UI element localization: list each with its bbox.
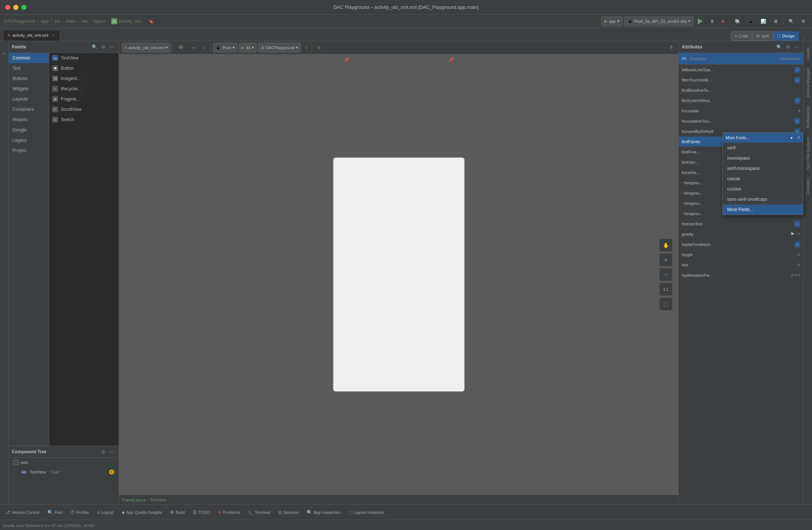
- layout-file-dropdown[interactable]: A activity_old_xml.xml ▾: [122, 43, 170, 52]
- tab-close-button[interactable]: ×: [50, 33, 55, 38]
- palette-search-button[interactable]: 🔍: [91, 43, 98, 51]
- theme-dropdown[interactable]: ◎ DACPlayground ▾: [258, 43, 301, 52]
- avd-button[interactable]: 📱: [745, 16, 756, 26]
- breadcrumb-main[interactable]: main: [66, 19, 76, 24]
- device-button[interactable]: ⬚: [659, 297, 672, 311]
- terminal-button[interactable]: >_ Terminal: [245, 507, 274, 518]
- attr-row-freezestext[interactable]: freezesText −: [679, 219, 803, 229]
- design-view-tab[interactable]: ⬚ Design: [773, 31, 799, 41]
- attr-row-focusableintouch[interactable]: focusableInTou... −: [679, 116, 803, 126]
- palette-item-switch[interactable]: ⊙ Switch: [49, 115, 119, 125]
- profiler-button[interactable]: 📊: [758, 16, 769, 26]
- attr-row-fitssystem[interactable]: fitsSystemWind... −: [679, 95, 803, 106]
- zoom-in-button[interactable]: +: [659, 253, 672, 266]
- tree-settings-button[interactable]: ⚙: [100, 448, 107, 455]
- layout-inspector-button[interactable]: ⬚ Layout Inspector: [345, 507, 387, 518]
- tree-root-item[interactable]: □ root: [9, 458, 119, 467]
- file-tab[interactable]: A activity_old_xml.xml ×: [3, 30, 60, 41]
- attr-row-hapticfeedback[interactable]: hapticFeedback... −: [679, 239, 803, 250]
- palette-settings-button[interactable]: ⚙: [100, 43, 107, 51]
- palette-cat-helpers[interactable]: Helpers: [9, 115, 49, 125]
- app-config-dropdown[interactable]: ▶ app ▾: [601, 17, 622, 26]
- build-button[interactable]: ⚙ Build: [166, 507, 188, 518]
- breadcrumb-src[interactable]: src: [54, 19, 60, 24]
- notifications-tab[interactable]: Notifications: [806, 102, 810, 132]
- help-button[interactable]: ?: [667, 43, 675, 53]
- tree-collapse-button[interactable]: —: [108, 448, 116, 455]
- debug-button[interactable]: ⏸: [707, 16, 717, 26]
- find-button[interactable]: 🔍 Find: [44, 507, 66, 518]
- font-item-sans-serif-smallcaps[interactable]: sans-serif-smallcaps: [723, 194, 803, 204]
- breadcrumb-app[interactable]: app: [41, 19, 48, 24]
- palette-collapse-button[interactable]: —: [108, 43, 116, 51]
- attr-minus-hapticfeedback[interactable]: −: [794, 242, 800, 247]
- more-tabs-button[interactable]: ⋮: [799, 36, 809, 41]
- horizontal-flip-button[interactable]: ↔: [188, 43, 199, 53]
- attr-row-hyphenation[interactable]: hyphenationFre... 0 ▾ ↺: [679, 270, 803, 280]
- palette-item-imageview[interactable]: 🖼 ImageVi...: [49, 73, 119, 84]
- breadcrumb-framelayout[interactable]: FrameLayout: [122, 498, 146, 502]
- font-item-more-fonts[interactable]: More Fonts...: [723, 204, 803, 215]
- font-item-cursive[interactable]: cursive: [723, 184, 803, 194]
- palette-cat-text[interactable]: Text: [9, 63, 49, 73]
- fit-screen-button[interactable]: 1:1: [659, 283, 672, 296]
- palette-item-button[interactable]: 🔲 Button: [49, 63, 119, 73]
- palette-cat-common[interactable]: Common: [9, 53, 49, 63]
- zoom-out-button[interactable]: −: [659, 268, 672, 281]
- device-manager-button[interactable]: 🖥: [771, 16, 781, 26]
- focusable-dropdown[interactable]: ▾: [798, 109, 800, 113]
- breadcrumb-textview[interactable]: TextView: [150, 498, 166, 502]
- maximize-button[interactable]: [21, 5, 26, 10]
- tree-textview-item[interactable]: Ab TextView "Ciao" !: [9, 467, 119, 477]
- attributes-collapse-button[interactable]: —: [793, 43, 800, 51]
- minimize-button[interactable]: [13, 5, 18, 10]
- show-layout-button[interactable]: 👁: [175, 43, 187, 53]
- attr-row-filtertouches[interactable]: filterTouchesW... −: [679, 75, 803, 85]
- breadcrumb-dacplayground[interactable]: DACPlayground: [4, 19, 35, 24]
- font-item-serif-monospace[interactable]: serif-monospace: [723, 163, 803, 174]
- device-size-dropdown[interactable]: 📱 Pixel ▾: [213, 43, 237, 52]
- attr-minus-freezestext[interactable]: −: [794, 221, 800, 227]
- settings-button[interactable]: ⚙: [798, 16, 808, 26]
- attr-row-hint[interactable]: hint ↺: [679, 260, 803, 270]
- breadcrumb-layout[interactable]: layout: [94, 19, 105, 24]
- attributes-search-button[interactable]: 🔍: [775, 43, 783, 51]
- gradle-tab[interactable]: Gradle: [806, 43, 810, 63]
- split-view-tab[interactable]: ⊟ Split: [752, 31, 773, 41]
- api-level-dropdown[interactable]: ▶ 33 ▾: [239, 43, 256, 52]
- version-control-button[interactable]: ⎇ Version Control: [1, 507, 43, 518]
- vertical-flip-button[interactable]: ↕: [200, 43, 208, 53]
- run-button[interactable]: [695, 16, 705, 26]
- palette-cat-legacy[interactable]: Legacy: [9, 135, 49, 145]
- app-quality-insights-button[interactable]: ◈ App Quality Insights: [118, 507, 166, 518]
- bookmark-icon[interactable]: 🔖: [148, 19, 154, 24]
- project-sidebar-button[interactable]: P: [0, 43, 9, 65]
- device-dropdown[interactable]: 📱 Pixel_3a_API_33_arm64-v8a ▾: [624, 17, 694, 26]
- font-reset-btn[interactable]: ↺: [797, 136, 800, 140]
- sync-button[interactable]: 🐘: [732, 16, 743, 26]
- attr-row-fallbackline[interactable]: fallbackLineSpa... −: [679, 65, 803, 75]
- hand-tool-button[interactable]: ✋: [659, 239, 672, 252]
- palette-cat-project[interactable]: Project: [9, 145, 49, 156]
- stop-button[interactable]: ■: [719, 16, 727, 26]
- breadcrumb-file[interactable]: activity_old...: [119, 19, 144, 24]
- palette-item-scrollview[interactable]: ⊡ ScrollView: [49, 104, 119, 115]
- palette-item-recyclerview[interactable]: ≡ Recycler...: [49, 84, 119, 94]
- attr-minus-fallbackline[interactable]: −: [794, 67, 800, 73]
- todo-button[interactable]: ☰ TODO: [189, 507, 214, 518]
- palette-cat-google[interactable]: Google: [9, 125, 49, 135]
- app-inspection-button[interactable]: 🔍 App Inspection: [303, 507, 344, 518]
- palette-cat-layouts[interactable]: Layouts: [9, 94, 49, 104]
- palette-cat-containers[interactable]: Containers: [9, 104, 49, 115]
- profiler-button[interactable]: ⏱ Profiler: [67, 507, 93, 518]
- font-item-serif[interactable]: serif: [723, 143, 803, 153]
- font-item-casual[interactable]: casual: [723, 174, 803, 184]
- breadcrumb-res[interactable]: res: [82, 19, 88, 24]
- palette-item-fragment[interactable]: ▣ Fragme...: [49, 94, 119, 104]
- attr-row-focusable[interactable]: focusable ▾: [679, 106, 803, 116]
- palette-cat-buttons[interactable]: Buttons: [9, 73, 49, 84]
- search-everywhere-button[interactable]: 🔍: [786, 16, 797, 26]
- problems-button[interactable]: ⊗ Problems: [214, 507, 243, 518]
- close-button[interactable]: [5, 5, 10, 10]
- logcat-button[interactable]: ≡ Logcat: [93, 507, 117, 518]
